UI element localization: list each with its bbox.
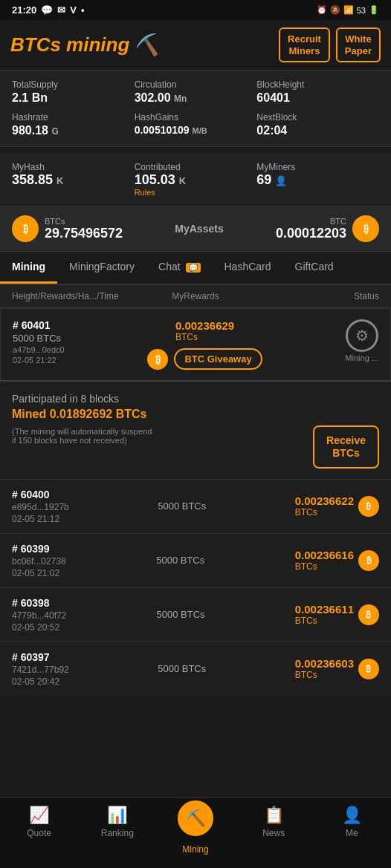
nav-mining[interactable]: ⛏️ Mining: [156, 791, 234, 861]
row-right: 0.00236616 BTCs ₿: [295, 549, 379, 572]
my-assets-label[interactable]: MyAssets: [175, 223, 223, 235]
my-hash-value: 358.85 K: [12, 172, 135, 188]
header: BTCs mining ⛏️ RecruitMiners WhitePaper: [0, 20, 391, 71]
stat-total-supply: TotalSupply 2.1 Bn: [12, 79, 135, 105]
table-row: # 60397 7421d...77b92 02-05 20:42 5000 B…: [0, 642, 391, 696]
btc-giveaway-button[interactable]: BTC Giveaway: [174, 348, 262, 370]
col-rewards: MyRewards: [126, 291, 264, 301]
my-hash-section: MyHash 358.85 K: [12, 162, 135, 197]
row-hash: bc06f...02738: [12, 556, 66, 567]
participated-label: Participated in 8 blocks: [12, 393, 379, 405]
row-hash: 7421d...77b92: [12, 665, 69, 675]
my-section: MyHash 358.85 K Contributed 105.03 K Rul…: [0, 153, 391, 206]
status-time: 21:20 💬 ✉ V •: [12, 4, 84, 16]
signal-icon: 📶: [343, 5, 354, 15]
stat-nextblock: NextBlock 02:04: [256, 112, 379, 137]
row-left: # 60398 4779b...40f72 02-05 20:52: [12, 597, 66, 633]
stat-value: 60401: [256, 91, 379, 105]
row-btcs-value: 5000 BTCs: [158, 500, 206, 512]
row-amount: 0.00236622: [295, 495, 354, 507]
stat-label: HashGains: [135, 112, 257, 123]
tab-mining-factory[interactable]: MiningFactory: [57, 252, 146, 284]
news-icon: 📋: [264, 806, 284, 825]
tabs: Mining MiningFactory Chat 💬 HashCard Gif…: [0, 252, 391, 285]
row-unit: BTCs: [295, 561, 354, 572]
my-miners-section: MyMiners 69 👤: [256, 162, 379, 197]
dot-indicator: •: [81, 4, 85, 16]
battery-icon: 🔋: [369, 5, 379, 15]
row-time: 02-05 21:12: [12, 514, 69, 524]
quote-label: Quote: [27, 828, 51, 838]
btc-values: BTC 0.00012203: [276, 217, 346, 241]
table-row: # 60398 4779b...40f72 02-05 20:52 5000 B…: [0, 587, 391, 642]
row-right: 0.00236622 BTCs ₿: [295, 495, 379, 518]
stat-hashrate: Hashrate 980.18 G: [12, 112, 135, 137]
btc-icon: ₿: [358, 659, 379, 679]
btcs-unit: BTCs: [175, 332, 234, 342]
header-buttons: RecruitMiners WhitePaper: [279, 27, 381, 62]
row-btcs-value: 5000 BTCs: [156, 555, 204, 566]
block-center: 0.00236629 BTCs ₿ BTC Giveaway: [147, 319, 262, 370]
nav-quote[interactable]: 📈 Quote: [0, 798, 78, 868]
ranking-icon: 📊: [107, 806, 127, 825]
btc-icon: ₿: [358, 604, 379, 625]
recruit-miners-button[interactable]: RecruitMiners: [279, 27, 330, 62]
row-amount: 0.00236611: [295, 603, 354, 616]
stats-section: TotalSupply 2.1 Bn Circulation 302.00 Mn…: [0, 71, 391, 147]
tab-hashcard[interactable]: HashCard: [213, 252, 283, 284]
my-contributed-label: Contributed: [135, 162, 257, 172]
block-id: # 60401: [13, 319, 65, 331]
stat-value: 02:04: [256, 124, 379, 137]
mining-nav-icon: ⛏️: [186, 809, 206, 828]
block-status: ⚙ Mining ...: [345, 319, 378, 362]
row-amount: 0.00236603: [295, 657, 354, 670]
btcs-assets: ₿ BTCs 29.75496572: [12, 215, 123, 242]
row-id: # 60398: [12, 597, 66, 609]
row-id: # 60397: [12, 651, 69, 663]
row-btcs: 5000 BTCs: [158, 663, 206, 674]
btc-coin-icon: ₿: [352, 215, 379, 242]
my-miners-value: 69 👤: [256, 172, 379, 188]
receive-btcs-button[interactable]: ReceiveBTCs: [313, 425, 379, 469]
row-btcs-value: 5000 BTCs: [157, 609, 205, 620]
row-time: 02-05 21:02: [12, 568, 66, 578]
row-unit: BTCs: [295, 670, 354, 680]
tab-giftcard[interactable]: GiftCard: [283, 252, 346, 284]
mining-rows-list: # 60400 e895d...1927b 02-05 21:12 5000 B…: [0, 479, 391, 696]
message-icon: ✉: [57, 4, 65, 16]
tab-chat[interactable]: Chat 💬: [146, 252, 212, 284]
me-icon: 👤: [342, 806, 362, 825]
row-amount: 0.00236616: [295, 549, 354, 561]
btc-icon: ₿: [358, 496, 379, 517]
nav-ranking[interactable]: 📊 Ranking: [78, 798, 156, 868]
row-left: # 60399 bc06f...02738 02-05 21:02: [12, 543, 66, 578]
row-time: 02-05 20:52: [12, 622, 66, 633]
stat-hashgains: HashGains 0.00510109 M/B: [135, 112, 257, 137]
status-icons: ⏰ 🔕 📶 53 🔋: [317, 5, 379, 15]
table-header: Height/Rewards/Ha.../Time MyRewards Stat…: [0, 285, 391, 308]
row-hash: 4779b...40f72: [12, 610, 66, 621]
nav-news[interactable]: 📋 News: [235, 798, 313, 868]
nav-me[interactable]: 👤 Me: [313, 798, 391, 868]
mining-icon: ⛏️: [134, 33, 160, 57]
gear-status-icon: ⚙: [346, 319, 378, 352]
white-paper-button[interactable]: WhitePaper: [336, 27, 381, 62]
whatsapp-icon: 💬: [41, 4, 53, 16]
btcs-amount-container: 0.00236629 BTCs: [175, 319, 234, 342]
my-contributed-section: Contributed 105.03 K Rules: [135, 162, 257, 197]
row-id: # 60399: [12, 543, 66, 555]
stat-label: Circulation: [135, 79, 257, 90]
btcs-coin-icon: ₿: [12, 215, 39, 242]
highlighted-block: # 60401 5000 BTCs a47b9...0edc0 02-05 21…: [0, 308, 391, 381]
row-right: 0.00236611 BTCs ₿: [295, 603, 379, 626]
btcs-label: BTCs: [45, 217, 123, 226]
block-time: 02-05 21:22: [13, 356, 65, 365]
btc-amount: 0.00236629: [175, 319, 234, 332]
logo-text: BTCs mining: [10, 33, 129, 56]
mining-status-text: Mining ...: [345, 353, 378, 362]
alarm-icon: ⏰: [317, 5, 327, 15]
block-hash: a47b9...0edc0: [13, 345, 65, 354]
assets-bar: ₿ BTCs 29.75496572 MyAssets BTC 0.000122…: [0, 206, 391, 252]
tab-mining[interactable]: Mining: [0, 252, 57, 284]
rules-link[interactable]: Rules: [135, 188, 257, 197]
